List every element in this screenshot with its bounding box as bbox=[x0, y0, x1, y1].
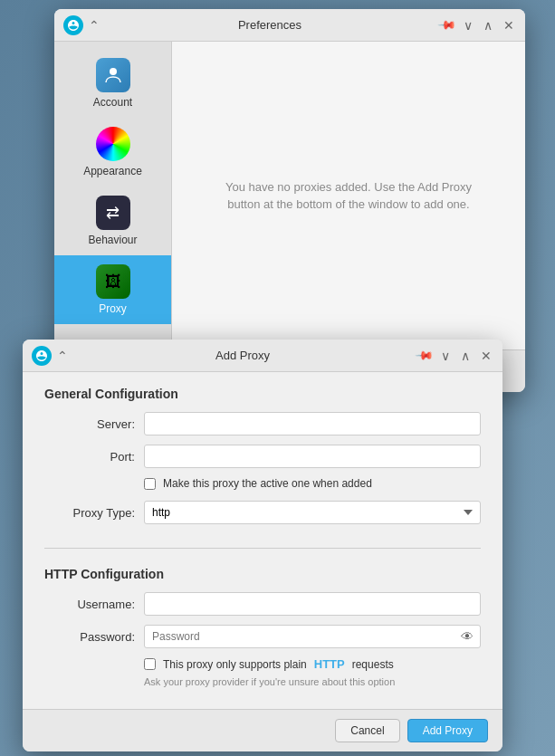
active-proxy-checkbox[interactable] bbox=[144, 478, 156, 490]
active-proxy-row: Make this proxy the active one when adde… bbox=[144, 477, 481, 490]
add-proxy-title: Add Proxy bbox=[68, 349, 417, 362]
add-proxy-controls: 📌 ∨ ∧ ✕ bbox=[417, 347, 493, 365]
behaviour-label: Behaviour bbox=[88, 234, 137, 246]
cancel-button[interactable]: Cancel bbox=[335, 719, 399, 742]
preferences-title: Preferences bbox=[100, 18, 440, 32]
http-only-row: This proxy only supports plain HTTP requ… bbox=[144, 657, 481, 671]
appearance-label: Appearance bbox=[83, 165, 142, 177]
port-label: Port: bbox=[44, 450, 144, 464]
no-proxy-message: You have no proxies added. Use the Add P… bbox=[172, 160, 525, 232]
proxy-icon: 🖼 bbox=[96, 264, 130, 299]
add-proxy-footer: Cancel Add Proxy bbox=[23, 709, 502, 751]
add-proxy-close-btn[interactable]: ✕ bbox=[479, 347, 493, 365]
server-input[interactable] bbox=[144, 412, 481, 435]
proxy-type-row: Proxy Type: http https socks4 socks5 bbox=[44, 501, 481, 524]
sidebar-item-behaviour[interactable]: ⇄ Behaviour bbox=[54, 187, 171, 255]
general-config-section: General Configuration Server: Port: Make… bbox=[23, 372, 502, 548]
username-input[interactable] bbox=[144, 592, 481, 616]
server-row: Server: bbox=[44, 412, 481, 435]
maximize-btn[interactable]: ∧ bbox=[482, 16, 494, 34]
add-proxy-window: ⌃ Add Proxy 📌 ∨ ∧ ✕ General Configuratio… bbox=[23, 340, 502, 751]
preferences-body: Account Appearance ⇄ Behaviour 🖼 Proxy Y… bbox=[54, 42, 525, 349]
close-btn[interactable]: ✕ bbox=[502, 16, 516, 34]
preferences-titlebar: ⌃ Preferences 📌 ∨ ∧ ✕ bbox=[54, 9, 525, 42]
http-note: Ask your proxy provider if you're unsure… bbox=[144, 676, 481, 694]
proxy-label: Proxy bbox=[99, 302, 127, 315]
add-proxy-maximize-btn[interactable]: ∧ bbox=[459, 347, 472, 365]
sidebar-item-account[interactable]: Account bbox=[54, 49, 171, 118]
http-only-label-suffix: requests bbox=[352, 658, 394, 671]
titlebar-left: ⌃ bbox=[63, 15, 100, 35]
add-proxy-titlebar: ⌃ Add Proxy 📌 ∨ ∧ ✕ bbox=[23, 340, 502, 372]
add-proxy-app-icon bbox=[32, 346, 52, 366]
account-label: Account bbox=[93, 96, 132, 109]
username-row: Username: bbox=[44, 592, 481, 616]
svg-point-0 bbox=[110, 68, 117, 75]
behaviour-icon: ⇄ bbox=[96, 196, 130, 230]
http-config-title: HTTP Configuration bbox=[44, 567, 481, 581]
proxy-type-select[interactable]: http https socks4 socks5 bbox=[144, 501, 481, 524]
sidebar-item-proxy[interactable]: 🖼 Proxy bbox=[54, 255, 171, 324]
pin-icon[interactable]: 📌 bbox=[437, 15, 457, 35]
add-proxy-minimize-btn[interactable]: ∨ bbox=[439, 347, 452, 365]
add-proxy-collapse-icon[interactable]: ⌃ bbox=[57, 349, 68, 363]
http-only-checkbox[interactable] bbox=[144, 658, 156, 670]
password-wrapper: 👁 bbox=[144, 625, 481, 648]
http-link-text: HTTP bbox=[314, 657, 345, 671]
username-label: Username: bbox=[44, 598, 144, 611]
preferences-main-content: You have no proxies added. Use the Add P… bbox=[172, 42, 525, 349]
general-config-title: General Configuration bbox=[44, 387, 481, 401]
titlebar-controls: 📌 ∨ ∧ ✕ bbox=[440, 16, 516, 34]
section-divider bbox=[44, 548, 481, 549]
proxy-type-label: Proxy Type: bbox=[44, 506, 144, 520]
port-row: Port: bbox=[44, 445, 481, 468]
add-proxy-submit-button[interactable]: Add Proxy bbox=[407, 719, 488, 742]
active-proxy-label: Make this proxy the active one when adde… bbox=[163, 477, 372, 490]
appearance-icon bbox=[96, 127, 130, 161]
http-config-section: HTTP Configuration Username: Password: 👁… bbox=[23, 552, 502, 709]
sidebar-item-appearance[interactable]: Appearance bbox=[54, 118, 171, 187]
preferences-window: ⌃ Preferences 📌 ∨ ∧ ✕ Account bbox=[54, 9, 525, 392]
app-icon bbox=[63, 15, 83, 35]
account-icon bbox=[96, 58, 130, 92]
password-row: Password: 👁 bbox=[44, 625, 481, 648]
http-only-label-prefix: This proxy only supports plain bbox=[163, 658, 307, 671]
add-proxy-titlebar-left: ⌃ bbox=[32, 346, 68, 366]
port-input[interactable] bbox=[144, 445, 481, 468]
password-input[interactable] bbox=[144, 625, 481, 648]
server-label: Server: bbox=[44, 417, 144, 431]
password-label: Password: bbox=[44, 630, 144, 644]
show-password-icon[interactable]: 👁 bbox=[461, 629, 474, 644]
collapse-icon[interactable]: ⌃ bbox=[89, 18, 100, 33]
preferences-sidebar: Account Appearance ⇄ Behaviour 🖼 Proxy bbox=[54, 42, 172, 349]
add-proxy-pin-icon[interactable]: 📌 bbox=[415, 346, 435, 366]
minimize-btn[interactable]: ∨ bbox=[462, 16, 474, 34]
